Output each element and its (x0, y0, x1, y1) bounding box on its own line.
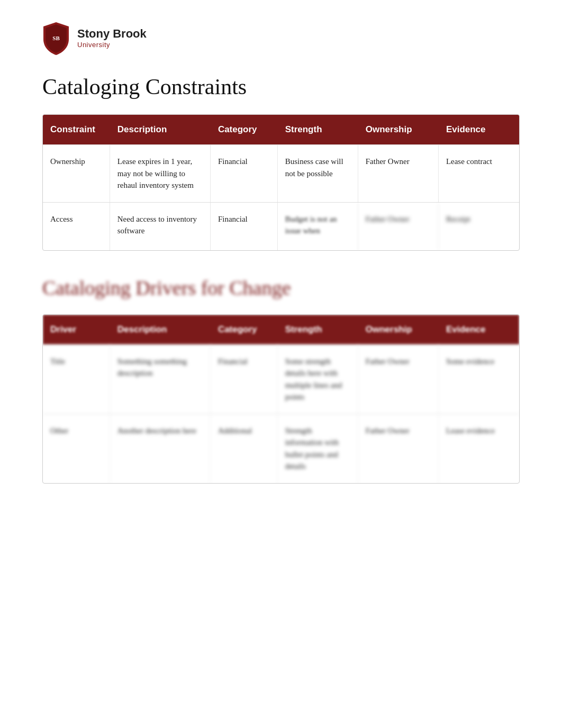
drow2-strength: Strength information with bullet points … (278, 414, 358, 483)
drow1-description: Something something description (110, 345, 211, 414)
row1-description: Lease expires in 1 year, may not be will… (110, 145, 211, 202)
table-row: Other Another description here Additiona… (43, 414, 519, 483)
logo-stony: Stony Brook (77, 27, 147, 41)
table-row: Access Need access to inventory software… (43, 202, 519, 250)
drivers-section-title: Cataloging Drivers for Change (42, 276, 520, 299)
svg-text:SB: SB (52, 35, 60, 41)
row2-evidence: Receipt (439, 203, 519, 250)
drow1-strength: Some strength details here with multiple… (278, 345, 358, 414)
row2-category: Financial (211, 203, 278, 250)
drow1-driver: Title (43, 345, 110, 414)
table-header: Constraint Description Category Strength… (43, 115, 519, 144)
table-row: Title Something something description Fi… (43, 344, 519, 414)
row1-constraint: Ownership (43, 145, 110, 202)
drivers-table: Driver Description Category Strength Own… (42, 314, 520, 484)
th-category: Category (211, 115, 278, 144)
drow1-ownership: Father Owner (358, 345, 439, 414)
drow1-category: Financial (211, 345, 278, 414)
row1-ownership: Father Owner (358, 145, 439, 202)
drow2-ownership: Father Owner (358, 414, 439, 483)
drow2-category: Additional (211, 414, 278, 483)
row2-ownership: Father Owner (358, 203, 439, 250)
drow1-evidence: Some evidence (439, 345, 519, 414)
th-description: Description (110, 115, 211, 144)
row1-category: Financial (211, 145, 278, 202)
th-constraint: Constraint (43, 115, 110, 144)
drow2-description: Another description here (110, 414, 211, 483)
dth-category: Category (211, 315, 278, 344)
drow2-driver: Other (43, 414, 110, 483)
table-row: Ownership Lease expires in 1 year, may n… (43, 144, 519, 202)
logo-text: Stony Brook University (77, 27, 147, 49)
drivers-table-header: Driver Description Category Strength Own… (43, 315, 519, 344)
logo-area: SB Stony Brook University (42, 21, 520, 55)
row1-evidence: Lease contract (439, 145, 519, 202)
dth-driver: Driver (43, 315, 110, 344)
row1-strength: Business case will not be possible (278, 145, 358, 202)
th-strength: Strength (278, 115, 358, 144)
drow2-evidence: Lease evidence (439, 414, 519, 483)
dth-evidence: Evidence (439, 315, 519, 344)
th-evidence: Evidence (439, 115, 519, 144)
dth-strength: Strength (278, 315, 358, 344)
dth-ownership: Ownership (358, 315, 439, 344)
row2-description: Need access to inventory software (110, 203, 211, 250)
university-logo-icon: SB (42, 21, 70, 55)
dth-description: Description (110, 315, 211, 344)
logo-university: University (77, 41, 147, 49)
row2-strength: Budget is not an issue when (278, 203, 358, 250)
th-ownership: Ownership (358, 115, 439, 144)
row2-constraint: Access (43, 203, 110, 250)
page-title: Cataloging Constraints (42, 74, 520, 99)
constraints-table: Constraint Description Category Strength… (42, 114, 520, 251)
